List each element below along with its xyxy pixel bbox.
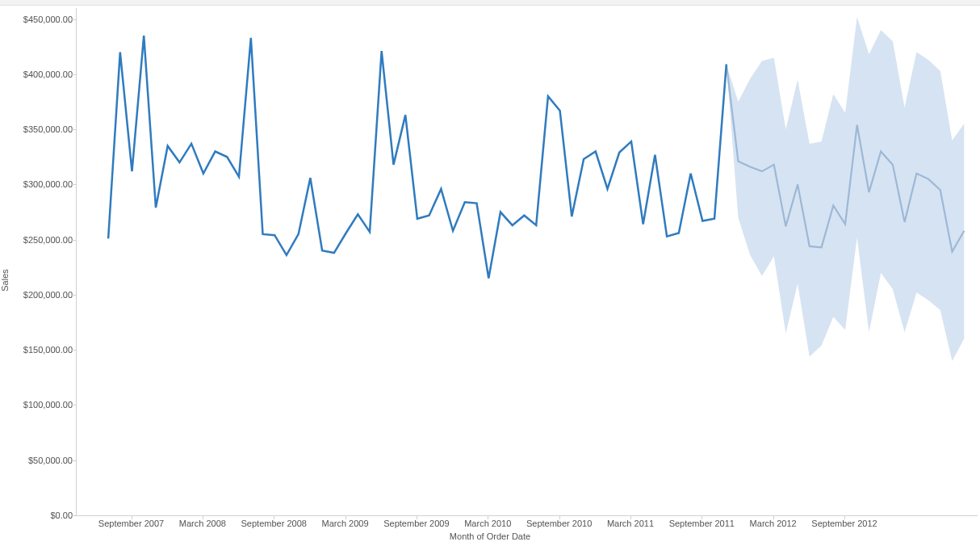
forecast-confidence-band xyxy=(727,17,965,361)
chart-svg xyxy=(77,8,978,515)
y-tick-label: $400,000.00 xyxy=(23,69,73,79)
x-tick-label: March 2008 xyxy=(179,519,226,528)
x-tick-mark xyxy=(203,515,203,519)
x-tick-label: March 2010 xyxy=(464,519,511,528)
y-tick-label: $50,000.00 xyxy=(28,456,73,465)
x-tick-mark xyxy=(346,515,346,519)
x-tick-label: September 2008 xyxy=(241,519,307,528)
x-tick-mark xyxy=(132,515,132,519)
x-tick-label: September 2011 xyxy=(669,519,735,528)
y-tick-label: $150,000.00 xyxy=(23,345,73,355)
x-tick-mark xyxy=(773,515,774,519)
x-tick-mark xyxy=(559,515,560,519)
y-axis-title: Sales xyxy=(0,269,10,292)
y-tick-label: $250,000.00 xyxy=(23,235,73,245)
x-tick-mark xyxy=(844,515,845,519)
x-tick-label: March 2012 xyxy=(750,519,797,528)
chart-container: $0.00$50,000.00$100,000.00$150,000.00$20… xyxy=(0,5,980,546)
x-tick-mark xyxy=(488,515,488,519)
x-tick-label: September 2007 xyxy=(98,519,164,528)
x-tick-label: September 2010 xyxy=(526,519,592,528)
x-tick-mark xyxy=(701,515,702,519)
x-tick-label: March 2011 xyxy=(607,519,654,528)
y-tick-label: $300,000.00 xyxy=(23,179,73,189)
x-tick-label: March 2009 xyxy=(322,519,369,528)
x-tick-mark xyxy=(630,515,631,519)
x-tick-label: September 2009 xyxy=(383,519,449,528)
x-tick-mark xyxy=(274,515,274,519)
y-tick-label: $200,000.00 xyxy=(23,290,73,300)
y-tick-label: $350,000.00 xyxy=(23,124,73,134)
y-tick-label: $0.00 xyxy=(50,510,73,520)
x-tick-mark xyxy=(417,515,417,519)
y-tick-label: $100,000.00 xyxy=(23,400,73,410)
y-tick-label: $450,000.00 xyxy=(23,15,73,24)
x-axis-title: Month of Order Date xyxy=(450,531,530,541)
actual-sales-line xyxy=(108,36,727,278)
x-tick-label: September 2012 xyxy=(811,519,877,528)
plot-area[interactable] xyxy=(76,8,978,516)
